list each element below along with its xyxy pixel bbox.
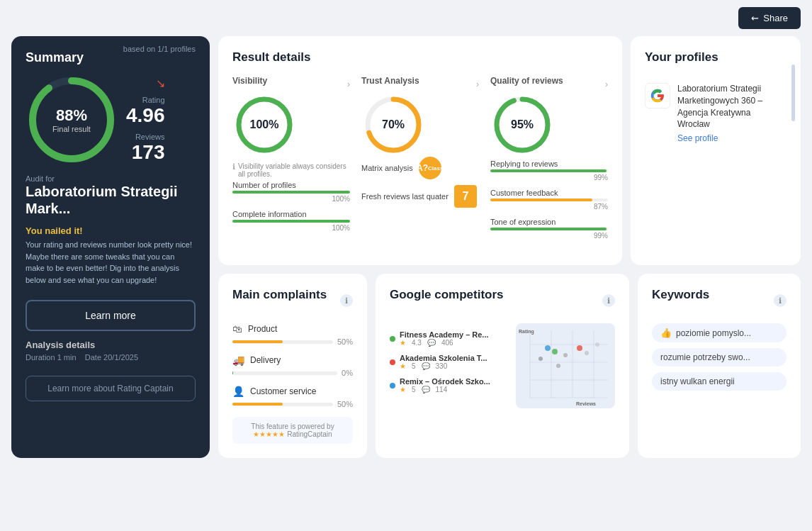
complaints-info-icon[interactable]: ℹ [340,294,353,307]
keywords-title: Keywords [652,288,709,302]
progress-fill [232,220,350,223]
reviews-value: 173 [126,141,165,164]
visibility-arrow-icon[interactable]: › [347,79,350,89]
dot-icon [390,336,395,342]
scrollbar[interactable] [791,65,795,121]
donut-center: 88% Final result [52,106,91,133]
svg-point-21 [585,351,589,355]
comp-rating: 4.3 [412,339,422,347]
quality-circle: 95% [490,93,554,157]
comp-info: Fitness Academy – Re... ★ 4.3 💬 406 [400,330,490,347]
competitors-card: Google competitors ℹ Fitness Academy – R… [376,274,629,458]
customer-service-label: Customer service [250,386,316,396]
main-grid: Summary based on 1/1 profiles 88% Final … [0,36,812,469]
comp-stats: ★ 5 💬 330 [400,362,490,370]
comp-name: Fitness Academy – Re... [400,330,490,339]
result-details-card: Result details Visibility › 100% ℹ V [218,36,622,265]
trust-arrow-icon[interactable]: › [476,79,479,89]
product-icon: 🛍 [232,323,242,335]
learn-more-button[interactable]: Learn more [26,300,196,331]
profile-name: Laboratorium Strategii Marketingowych 36… [677,83,777,130]
svg-point-18 [545,345,551,351]
competitors-title-row: Google competitors ℹ [390,288,615,313]
list-item: Akademia Szkolenia T... ★ 5 💬 330 [390,354,490,370]
quality-rows: Replying to reviews 99% Customer feedbac… [490,160,608,240]
powered-by-text: This feature is powered by [251,423,334,430]
powered-by: This feature is powered by ★★★★★ RatingC… [232,417,353,444]
result-row: Number of profiles 100% [232,181,350,203]
profiles-card: Your profiles Laboratorium Strategii Mar… [631,36,801,265]
profile-item: Laboratorium Strategii Marketingowych 36… [645,83,777,143]
svg-text:Reviews: Reviews [576,401,596,406]
keywords-info-icon[interactable]: ℹ [774,294,786,307]
quality-arrow-icon[interactable]: › [605,79,608,89]
list-item: Fitness Academy – Re... ★ 4.3 💬 406 [390,330,490,347]
delivery-icon: 🚚 [232,354,244,366]
result-top-grid: Visibility › 100% ℹ Visibility variable … [232,76,608,240]
visibility-title: Visibility [232,76,267,86]
complaint-item-delivery: 🚚 Delivery 0% [232,354,353,377]
learn-more-rc-button[interactable]: Learn more about Rating Captain [26,376,196,401]
keyword-tag[interactable]: rozumie potrzeby swo... [652,348,786,367]
audit-for-label: Audit for [26,174,196,183]
fresh-row: Fresh reviews last quater 7 [361,185,479,208]
competitors-title: Google competitors [390,288,504,302]
comp-reviews: 114 [436,386,448,393]
progress-bar [232,191,350,194]
analysis-details: Analysis details Duration 1 min Date 20/… [26,340,196,362]
keywords-card: Keywords ℹ 👍 poziomie pomyslo... rozumie… [638,274,801,458]
complaints-card: Main complaints ℹ 🛍 Product 50% [218,274,367,458]
share-button[interactable]: ⇜ Share [738,7,801,29]
visibility-info-text: Visibility variable always considers all… [238,162,350,178]
competitors-info-icon[interactable]: ℹ [602,294,615,307]
comp-info: Akademia Szkolenia T... ★ 5 💬 330 [400,354,490,370]
comp-rating: 5 [412,362,416,370]
progress-fill [232,403,283,406]
donut-chart: 88% Final result [26,74,118,166]
trend-arrow-icon: ↘ [156,77,165,90]
result-details-title: Result details [232,50,608,65]
final-pct: 88% [52,106,91,125]
dot-icon [390,383,395,389]
visibility-circle: 100% [232,93,296,157]
quality-section: Quality of reviews › 95% Replying to rev… [490,76,608,240]
see-profile-link[interactable]: See profile [677,133,777,143]
complaint-pct: 0% [342,369,353,377]
review-icon: 💬 [422,386,430,393]
date-label: Date [85,353,101,362]
scatter-chart: Rating Reviews [516,323,615,408]
keyword-tag[interactable]: 👍 poziomie pomyslo... [652,323,786,342]
complaint-bar [232,340,333,344]
complaint-bar [232,371,337,375]
share-icon: ⇜ [751,13,759,23]
audit-for-block: Audit for Laboratorium Strategii Mark... [26,174,196,217]
top-bar: ⇜ Share [0,0,812,36]
complaint-bar-row: 0% [232,369,353,377]
keyword-tag[interactable]: istny wulkan energii [652,372,786,391]
product-label: Product [248,324,277,334]
svg-text:Rating: Rating [519,329,534,335]
rating-value: 4.96 [126,104,165,127]
summary-metrics: 88% Final result ↘ Rating 4.96 Reviews 1… [26,74,196,166]
result-row: Customer feedback 87% [490,189,608,211]
bottom-row: Main complaints ℹ 🛍 Product 50% [218,274,801,458]
comp-stats: ★ 5 💬 114 [400,386,490,393]
star-icon: ★ [400,386,406,393]
svg-point-16 [552,349,558,354]
complaint-bar [232,403,333,406]
row-label: Tone of expression [490,218,608,226]
progress-fill [232,340,283,343]
row-label: Customer feedback [490,189,608,197]
audit-name: Laboratorium Strategii Mark... [26,183,196,217]
quality-title: Quality of reviews [490,76,563,86]
comp-reviews: 330 [436,362,448,370]
svg-point-20 [538,357,543,361]
complaints-title-row: Main complaints ℹ [232,288,353,313]
google-icon [645,83,670,108]
svg-point-17 [577,345,582,351]
progress-fill [232,371,233,374]
star-icon: ★ [400,362,406,370]
complaint-item-customer-service: 👤 Customer service 50% [232,386,353,408]
row-label: Replying to reviews [490,160,608,168]
review-icon: 💬 [422,362,430,370]
